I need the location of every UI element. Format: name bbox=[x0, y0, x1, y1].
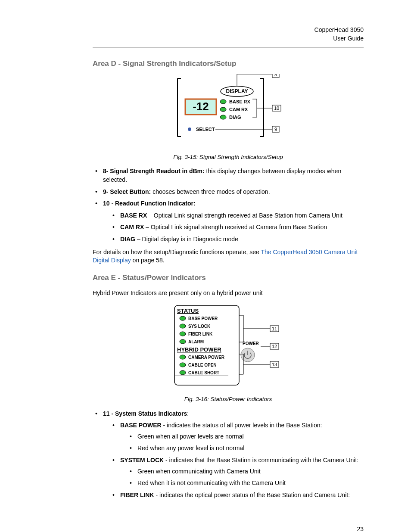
figure-3-15: -12 DISPLAY 8 BASE RX CAM RX DIAG 10 SEL… bbox=[93, 74, 364, 150]
svg-text:POWER: POWER bbox=[243, 341, 259, 346]
area-d-details: For details on how the setup/Diagnostic … bbox=[93, 248, 364, 265]
fig-3-15-svg: -12 DISPLAY 8 BASE RX CAM RX DIAG 10 SEL… bbox=[172, 74, 284, 147]
item-8-bold: 8- Signal Strength Readout in dBm: bbox=[103, 168, 206, 174]
bp-red: Red when any power level is not normal bbox=[130, 444, 364, 453]
svg-text:FIBER LINK: FIBER LINK bbox=[188, 332, 213, 336]
svg-point-37 bbox=[180, 332, 186, 336]
svg-text:CABLE OPEN: CABLE OPEN bbox=[188, 363, 217, 367]
header-block: CopperHead 3050 User Guide bbox=[93, 26, 364, 43]
fig-3-15-caption: Fig. 3-15: Signal Strength Indicators/Se… bbox=[93, 153, 364, 162]
svg-point-16 bbox=[220, 107, 226, 112]
page-number: 23 bbox=[93, 525, 364, 532]
sub-camrx: CAM RX – Optical Link signal strength re… bbox=[112, 223, 364, 232]
sub-base-power: BASE POWER - indicates the status of all… bbox=[112, 421, 364, 453]
svg-point-33 bbox=[180, 316, 186, 320]
svg-point-39 bbox=[180, 339, 186, 344]
svg-text:-12: -12 bbox=[193, 100, 209, 113]
item-11: 11 - System Status Indicators: BASE POWE… bbox=[95, 410, 364, 500]
svg-text:9: 9 bbox=[274, 127, 277, 132]
header-rule bbox=[93, 47, 364, 47]
svg-text:SELECT: SELECT bbox=[196, 127, 215, 132]
sl-green: Green when communicating with Camera Uni… bbox=[130, 467, 364, 476]
section-d-title: Area D - Signal Strength Indicators/Setu… bbox=[93, 59, 364, 69]
sub-baserx: BASE RX – Optical Link signal strength r… bbox=[112, 212, 364, 220]
bp-green: Green when all power levels are normal bbox=[130, 432, 364, 441]
svg-text:11: 11 bbox=[271, 326, 277, 331]
item-9-bold: 9- Select Button: bbox=[103, 188, 153, 195]
svg-text:CABLE SHORT: CABLE SHORT bbox=[188, 370, 219, 375]
area-d-list: 8- Signal Strength Readout in dBm: this … bbox=[95, 167, 364, 243]
fig-3-16-svg: STATUS BASE POWER SYS LOCK FIBER LINK AL… bbox=[170, 303, 286, 389]
item-8: 8- Signal Strength Readout in dBm: this … bbox=[95, 167, 364, 184]
item-10: 10 - Readout Function Indicator: BASE RX… bbox=[95, 199, 364, 243]
item-9-text: chooses between three modes of operation… bbox=[153, 188, 270, 195]
item-10-bold: 10 - Readout Function Indicator: bbox=[103, 200, 196, 207]
svg-text:SYS LOCK: SYS LOCK bbox=[188, 324, 211, 329]
svg-text:ALARM: ALARM bbox=[188, 339, 204, 344]
svg-text:STATUS: STATUS bbox=[177, 308, 199, 314]
area-e-list: 11 - System Status Indicators: BASE POWE… bbox=[95, 410, 364, 500]
svg-text:13: 13 bbox=[271, 362, 277, 367]
svg-text:DIAG: DIAG bbox=[229, 115, 241, 120]
svg-text:BASE RX: BASE RX bbox=[229, 99, 251, 104]
svg-text:DISPLAY: DISPLAY bbox=[226, 88, 248, 94]
item-10-sublist: BASE RX – Optical Link signal strength r… bbox=[112, 212, 364, 244]
svg-point-44 bbox=[180, 363, 186, 367]
area-e-intro: Hybrid Power Indicators are present only… bbox=[93, 289, 364, 298]
item-9: 9- Select Button: chooses between three … bbox=[95, 188, 364, 196]
section-e-title: Area E - Status/Power Indicators bbox=[93, 273, 364, 283]
sub-diag: DIAG – Digital display is in Diagnostic … bbox=[112, 235, 364, 244]
svg-point-26 bbox=[188, 128, 191, 131]
sub-system-lock: SYSTEM LOCK - indicates that the Base St… bbox=[112, 456, 364, 488]
svg-text:BASE POWER: BASE POWER bbox=[188, 316, 218, 321]
svg-text:8: 8 bbox=[274, 74, 277, 77]
fig-3-16-caption: Fig. 3-16: Status/Power Indicators bbox=[93, 395, 364, 404]
sl-red: Red when it is not communicating with th… bbox=[130, 479, 364, 488]
product-name: CopperHead 3050 bbox=[93, 26, 364, 34]
item-11-sublist: BASE POWER - indicates the status of all… bbox=[112, 421, 364, 499]
doc-subtitle: User Guide bbox=[93, 34, 364, 43]
svg-text:CAM RX: CAM RX bbox=[229, 107, 248, 112]
base-power-states: Green when all power levels are normal R… bbox=[130, 432, 364, 453]
svg-text:CAMERA POWER: CAMERA POWER bbox=[188, 355, 225, 360]
system-lock-states: Green when communicating with Camera Uni… bbox=[130, 467, 364, 488]
svg-text:12: 12 bbox=[271, 344, 277, 349]
svg-point-14 bbox=[220, 100, 226, 104]
svg-point-18 bbox=[220, 115, 226, 119]
svg-point-46 bbox=[180, 370, 186, 375]
figure-3-16: STATUS BASE POWER SYS LOCK FIBER LINK AL… bbox=[93, 303, 364, 392]
svg-point-42 bbox=[180, 355, 186, 359]
svg-point-35 bbox=[180, 324, 186, 328]
sub-fiber-link: FIBER LINK - indicates the optical power… bbox=[112, 491, 364, 500]
svg-text:HYBRID POWER: HYBRID POWER bbox=[177, 346, 221, 353]
svg-text:10: 10 bbox=[274, 106, 279, 111]
